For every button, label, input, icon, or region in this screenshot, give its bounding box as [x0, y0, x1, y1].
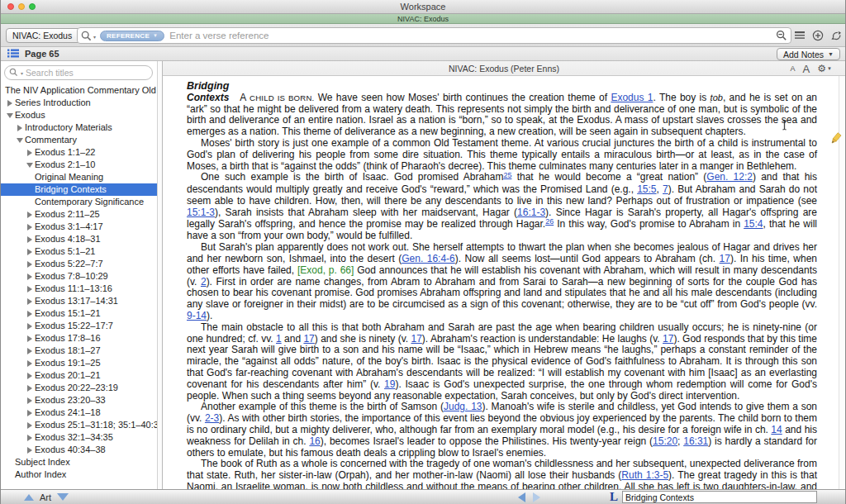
previous-article-icon[interactable] [24, 494, 34, 501]
sidebar-item[interactable]: Exodus 5:1–21 [1, 245, 157, 258]
disclosure-closed-icon[interactable] [25, 422, 35, 429]
sidebar-item[interactable]: Exodus 1:1–22 [1, 146, 157, 159]
footnote-link[interactable]: 25 [503, 171, 511, 179]
sidebar-item[interactable]: Exodus 3:1–4:17 [1, 221, 157, 233]
search-icon[interactable]: ▾ [81, 31, 92, 41]
disclosure-open-icon[interactable] [5, 113, 15, 118]
sidebar-item[interactable]: Exodus 20:1–21 [1, 369, 157, 382]
sidebar-item[interactable]: Exodus 17:8–16 [1, 332, 157, 345]
scripture-link[interactable]: 19 [384, 378, 395, 390]
scripture-link[interactable]: 9-14 [187, 310, 207, 321]
scripture-link[interactable]: 15:5 [637, 183, 656, 195]
table-of-contents-icon[interactable] [7, 46, 19, 61]
scripture-link[interactable]: 17 [663, 333, 673, 345]
back-icon[interactable] [518, 492, 525, 502]
sidebar-item[interactable]: Commentary [1, 134, 157, 146]
sidebar-item[interactable]: Exodus 20:22–23:19 [1, 382, 157, 394]
sidebar-item[interactable]: Author Index [1, 468, 157, 481]
disclosure-closed-icon[interactable] [25, 212, 35, 218]
sidebar-item[interactable]: Exodus 23:20–33 [1, 394, 157, 407]
search-titles-input[interactable] [26, 68, 148, 78]
scripture-link[interactable]: Exodus 1 [611, 92, 653, 103]
minimize-window-icon[interactable] [18, 3, 25, 10]
sidebar-item[interactable]: Exodus 19:1–25 [1, 357, 157, 369]
sidebar-item[interactable]: Exodus 18:1–27 [1, 345, 157, 357]
title-search-box[interactable]: ▾ [4, 65, 153, 80]
disclosure-closed-icon[interactable] [25, 348, 35, 354]
sidebar-item[interactable]: Exodus 11:1–13:16 [1, 283, 157, 295]
sidebar-item[interactable]: Original Meaning [1, 171, 157, 183]
sidebar-item[interactable]: Exodus 2:11–25 [1, 208, 157, 221]
scripture-link[interactable]: 2 [201, 276, 207, 288]
scripture-link[interactable]: 7 [663, 183, 668, 195]
disclosure-closed-icon[interactable] [25, 335, 35, 342]
scripture-link[interactable]: 14 [771, 424, 782, 435]
scripture-link[interactable]: 15:4 [744, 218, 763, 230]
sidebar-item[interactable]: Subject Index [1, 456, 157, 468]
disclosure-closed-icon[interactable] [25, 286, 35, 292]
disclosure-closed-icon[interactable] [25, 273, 35, 280]
scripture-link[interactable]: 1 [276, 333, 282, 345]
scripture-link[interactable]: Gen. 12:2 [706, 171, 753, 183]
scripture-link[interactable]: Judg. 13 [444, 401, 482, 412]
disclosure-closed-icon[interactable] [25, 360, 35, 367]
context-field[interactable] [622, 491, 817, 503]
sidebar-item[interactable]: Exodus 2:1–10 [1, 159, 157, 171]
sidebar-item[interactable]: Exodus 13:17–14:31 [1, 295, 157, 307]
disclosure-closed-icon[interactable] [15, 125, 25, 131]
disclosure-closed-icon[interactable] [25, 323, 35, 330]
scripture-link[interactable]: Gen. 16:4-6 [402, 253, 454, 264]
disclosure-closed-icon[interactable] [25, 236, 35, 243]
amplify-icon[interactable] [830, 30, 842, 41]
disclosure-closed-icon[interactable] [25, 410, 35, 416]
sidebar-scrollbar[interactable] [157, 61, 163, 489]
sidebar-item[interactable]: Exodus 7:8–10:29 [1, 270, 157, 283]
sidebar-item[interactable]: Exodus 25:1–31:18; 35:1–40:33 [1, 419, 157, 431]
scripture-link[interactable]: 15:20 [653, 435, 677, 447]
disclosure-open-icon[interactable] [25, 163, 35, 168]
sidebar-item[interactable]: Exodus 15:1–21 [1, 307, 157, 320]
disclosure-closed-icon[interactable] [25, 435, 35, 441]
scripture-link[interactable]: 17 [720, 253, 730, 264]
disclosure-closed-icon[interactable] [5, 100, 15, 107]
sidebar-item[interactable]: Series Introduction [1, 97, 157, 109]
scripture-link[interactable]: 15:1-3 [187, 207, 215, 218]
sidebar-item[interactable]: The NIV Application Commentary Old Test.… [1, 84, 157, 97]
list-icon[interactable] [794, 30, 806, 41]
verse-reference-input[interactable] [169, 31, 787, 40]
next-article-icon[interactable] [57, 493, 69, 501]
sidebar-item[interactable]: Exodus [1, 109, 157, 121]
scripture-link[interactable]: 17 [411, 333, 422, 345]
add-circle-icon[interactable] [812, 30, 824, 41]
reference-token[interactable]: REFERENCE ▼ [100, 31, 164, 41]
footnote-link[interactable]: 26 [545, 217, 554, 226]
sidebar-item[interactable]: Exodus 5:22–7:7 [1, 258, 157, 270]
scripture-link[interactable]: 17 [303, 333, 314, 345]
sidebar-item[interactable]: Introductory Materials [1, 121, 157, 134]
disclosure-closed-icon[interactable] [25, 249, 35, 255]
scripture-link[interactable]: 16:1-3 [517, 207, 545, 218]
zoom-window-icon[interactable] [29, 3, 36, 10]
close-window-icon[interactable] [7, 3, 14, 10]
sidebar-item[interactable]: Exodus 24:1–18 [1, 407, 157, 419]
disclosure-closed-icon[interactable] [25, 373, 35, 379]
sidebar-item[interactable]: Bridging Contexts [1, 183, 157, 196]
sidebar-item[interactable]: Exodus 15:22–17:7 [1, 320, 157, 332]
disclosure-closed-icon[interactable] [25, 150, 35, 156]
disclosure-closed-icon[interactable] [25, 397, 35, 404]
scripture-link[interactable]: 2-3 [205, 412, 219, 424]
disclosure-open-icon[interactable] [15, 138, 25, 143]
tab-nivac-exodus[interactable]: NIVAC: Exodus [397, 15, 449, 23]
scripture-link[interactable]: 16 [309, 435, 320, 447]
disclosure-closed-icon[interactable] [25, 311, 35, 317]
verse-search-field[interactable]: ▾ REFERENCE ▼ [77, 27, 791, 44]
disclosure-closed-icon[interactable] [25, 224, 35, 231]
forward-icon[interactable] [533, 492, 540, 502]
decrease-font-icon[interactable]: A [791, 64, 796, 73]
increase-font-icon[interactable]: A [803, 63, 810, 75]
disclosure-closed-icon[interactable] [25, 261, 35, 268]
disclosure-closed-icon[interactable] [25, 298, 35, 305]
disclosure-closed-icon[interactable] [25, 447, 35, 454]
sidebar-item[interactable]: Exodus 32:1–34:35 [1, 431, 157, 444]
disclosure-closed-icon[interactable] [25, 385, 35, 392]
